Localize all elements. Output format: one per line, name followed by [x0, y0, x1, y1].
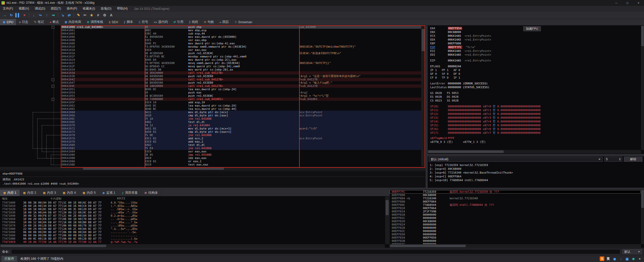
disasm-row[interactable]: 0064100D8945 FCmov dword ptr ss:[ebp-4],…	[0, 42, 421, 45]
scrollbar-thumb[interactable]	[386, 200, 389, 215]
trace-over-icon[interactable]: ⇄	[66, 12, 72, 18]
trace-into-icon[interactable]: ↘	[59, 12, 66, 18]
disasm-row[interactable]: 0064108D85C0test eax,eax	[0, 163, 421, 166]
tab-跟踪[interactable]: »跟踪	[217, 19, 232, 25]
x87-tagword-row[interactable]: x87TagWordFFFF	[428, 136, 641, 140]
tab-SEH[interactable]: §SEH	[106, 19, 121, 25]
stack-row[interactable]: 00EFF82400000000	[390, 223, 641, 226]
register-row-eflags[interactable]: EFLAGS00000244	[428, 64, 641, 68]
tab-结构体[interactable]: ⊞结构体	[141, 190, 161, 196]
disasm-row[interactable]: 0064101833C0xor eax,eax	[0, 48, 421, 52]
dump-row[interactable]: 77A710C040 18 AA 77|50 1A AA 77|70 1D AA…	[0, 240, 385, 244]
close-button[interactable]: ×	[633, 0, 644, 6]
register-row[interactable]: ESP00EFF7FC"Yc!w"	[428, 45, 641, 49]
disasm-row[interactable]: 0064100383EC 44sub esp,44	[0, 32, 421, 35]
menu-item[interactable]: 跟踪(T)	[48, 6, 64, 12]
dump-row[interactable]: 77A710501E 00 20 00|E8 D7 A7 77|0E 00 10…	[0, 217, 385, 221]
stack-row[interactable]: 00EFF8142F1F799B	[390, 210, 641, 213]
disasm-row[interactable]: 0064105568 8C3E6500push re1.653E8C⌐Arg1 …	[0, 94, 421, 97]
fpu-register-row[interactable]: ST(5)00000000000000000000 x87r5 空 0.0000…	[428, 123, 641, 127]
menu-item[interactable]: 收藏夹(I)	[80, 6, 98, 12]
menu-item[interactable]: 调试(D)	[32, 6, 48, 12]
stack-row[interactable]: 00EFF80000C6B000	[390, 193, 641, 197]
disasm-row[interactable]: 0064107074 12je re1.641084	[0, 124, 421, 127]
vertical-splitter[interactable]	[426, 25, 428, 188]
tab-句柄[interactable]: ⊙句柄	[201, 19, 217, 25]
tray-dot-icon[interactable]: ●	[637, 256, 642, 261]
dump-row[interactable]: 77A7107014 00 16 00|28 D8 A7 77|06 00 08…	[0, 224, 385, 227]
tab-内存 1[interactable]: ▦内存 1	[0, 190, 20, 196]
disasm-row[interactable]: 0064108275 E4jne re1.641068	[0, 147, 421, 150]
disasm-row[interactable]: 0064107875 0Ejne re1.641088	[0, 134, 421, 137]
stack-row[interactable]: 00EFF82000C6B000	[390, 220, 641, 223]
stack-row[interactable]: 00EFF7FC77216359返回到 kernel32.77216359 自 …	[390, 190, 641, 193]
menu-item[interactable]: 文件(F)	[0, 6, 16, 12]
menu-item[interactable]: 视图(V)	[16, 6, 32, 12]
scrollbar-thumb[interactable]	[641, 190, 644, 208]
command-profile-select[interactable]: 默认	[622, 249, 642, 254]
tray-circle-icon[interactable]: ◉	[612, 256, 617, 261]
stack-row[interactable]: 00EFF81000EFF864	[390, 207, 641, 210]
patch-icon[interactable]: ✎	[75, 12, 82, 18]
dump-row[interactable]: 77A7100036 00 38 00|94 D9 A7 77|1C 00 1E…	[0, 201, 385, 204]
stop-icon[interactable]: ×	[21, 12, 28, 18]
disasm-row[interactable]: 0064105AE8 72000000call <re1.sub_6410D1>…	[0, 97, 421, 101]
fpu-register-row[interactable]: ST(6)00000000000000000000 x87r6 空 0.0000…	[428, 127, 641, 131]
dump-row[interactable]: 77A7108022 00 24 00|90 8D A7 77|2A 00 2C…	[0, 227, 385, 231]
step-out-icon[interactable]: ↑	[44, 12, 50, 18]
dump-row[interactable]: 77A7103018 00 1A 00|A4 D8 A7 77|20 00 22…	[0, 211, 385, 214]
stack-row[interactable]: 00EFF81C00000000	[390, 216, 641, 220]
flags-row[interactable]: ZF 1 PF 1 AF 0	[428, 68, 641, 72]
fpu-register-row[interactable]: ST(3)00000000000000000000 x87r3 空 0.0000…	[428, 116, 641, 120]
disasm-row[interactable]: 0064104CE8 2A020000call <re1.sub_64127B>…	[0, 84, 421, 88]
disasm-row[interactable]: 006410658D4D BClea ecx,dword ptr ss:[ebp…	[0, 107, 421, 111]
fpu-register-row[interactable]: ST(1)00000000000000000000 x87r1 空 0.0000…	[428, 108, 641, 112]
pause-icon[interactable]: ▌▌	[15, 12, 21, 18]
tab-源代码[interactable]: <>源代码	[151, 19, 171, 25]
disasm-row[interactable]: 006410728A51 01mov dl,byte ptr ds:[ecx+1…	[0, 127, 421, 130]
stack-row[interactable]: 00EFF80C77AD8944返回到 ntdll.77AD8944 自 ???	[390, 203, 641, 207]
ime-language-indicator[interactable]: 英	[606, 256, 611, 261]
argument-row[interactable]: 1: [esp] 77216359 kernel32.77216359	[428, 163, 644, 167]
argument-row[interactable]: 2: [esp+4] 00C6B000	[428, 167, 644, 171]
fill-icon[interactable]: ✂	[82, 12, 88, 18]
dump-row[interactable]: 77A7106010 00 12 00|04 D8 A7 77|16 00 18…	[0, 221, 385, 224]
stack-row[interactable]: 00EFF80800EFF864	[390, 200, 641, 203]
registers-vertical-scrollbar[interactable]	[641, 25, 644, 150]
disasm-row[interactable]: 00641000 <re1.sub_641000>55push ebpsub_6…	[0, 25, 421, 29]
scrollbar-thumb[interactable]	[422, 29, 425, 51]
tab-内存 2[interactable]: ▦内存 2	[20, 190, 40, 196]
scrollbar-thumb[interactable]	[390, 245, 466, 247]
tab-内存 5[interactable]: ▦内存 5	[79, 190, 99, 196]
registers-horizontal-scrollbar[interactable]	[428, 150, 641, 153]
tab-内存布局[interactable]: ▦内存布局	[62, 19, 84, 25]
menu-item[interactable]: 帮助(H)	[114, 6, 130, 12]
disasm-row[interactable]: 0064103D68 603E6500push re1.653E60⌐Arg1 …	[0, 75, 421, 78]
stack-row[interactable]: 00EFF804 <&77216340kernel32.77216340	[390, 197, 641, 200]
disasm-row[interactable]: 0064102F66:0FD645 CCmovq qword ptr ss:[e…	[0, 65, 421, 68]
disasm-row[interactable]: 0064108084D2test dl,dl	[0, 143, 421, 147]
stack-row[interactable]: 00EFF82800000000	[390, 226, 641, 230]
stack-row[interactable]: 00EFF83000000000	[390, 233, 641, 236]
tab-符号[interactable]: Σ符号	[136, 19, 151, 25]
disasm-row[interactable]: 0064104768 803E6500push re1.653E80⌐Arg1 …	[0, 81, 421, 84]
disasm-row[interactable]: 00641027F3:0F7E05 443E6500movq xmm0,qwor…	[0, 61, 421, 65]
open-file-icon[interactable]: →	[2, 12, 8, 18]
stack-row[interactable]: 00EFF81800000000	[390, 213, 641, 216]
disasm-row[interactable]: 006410518D45 DClea eax,dword ptr ss:[ebp…	[0, 88, 421, 91]
x87-tw-row[interactable]: x87TW_0 3 (空) x87TW_1 3 (空)	[428, 140, 641, 144]
segment-row[interactable]: GS 002B FS 0053	[428, 91, 641, 95]
tray-download-icon[interactable]: ↓	[619, 256, 623, 261]
last-error-row[interactable]: LastError00000000 (ERROR_SUCCESS)	[428, 82, 641, 85]
calling-convention-select[interactable]: 默认 (stdcall)	[429, 157, 603, 162]
disasm-row[interactable]: 0064106C75 1Ajne re1.641088	[0, 117, 421, 120]
segment-row[interactable]: CS 0023 SS 002B	[428, 99, 641, 103]
disasm-row[interactable]: 00641086EB 05jmp re1.64108D	[0, 153, 421, 156]
disasm-row[interactable]: 006410688A11mov dl,byte ptr ds:[ecx]ecx:…	[0, 111, 421, 114]
stack-row[interactable]: 00EFF83800000000	[390, 239, 641, 243]
settings-icon[interactable]: ⚙	[101, 12, 108, 18]
dump-row[interactable]: 77A710B00A 00 0C 00|18 8D A7 77|0A 00 0C…	[0, 237, 385, 240]
disasm-row[interactable]: 006410018BECmov ebp,esp	[0, 29, 421, 32]
dump-row[interactable]: 77A7101028 00 2A 00|34 D9 A7 77|14 00 16…	[0, 204, 385, 208]
stack-row[interactable]: 00EFF82C00000000	[390, 230, 641, 233]
